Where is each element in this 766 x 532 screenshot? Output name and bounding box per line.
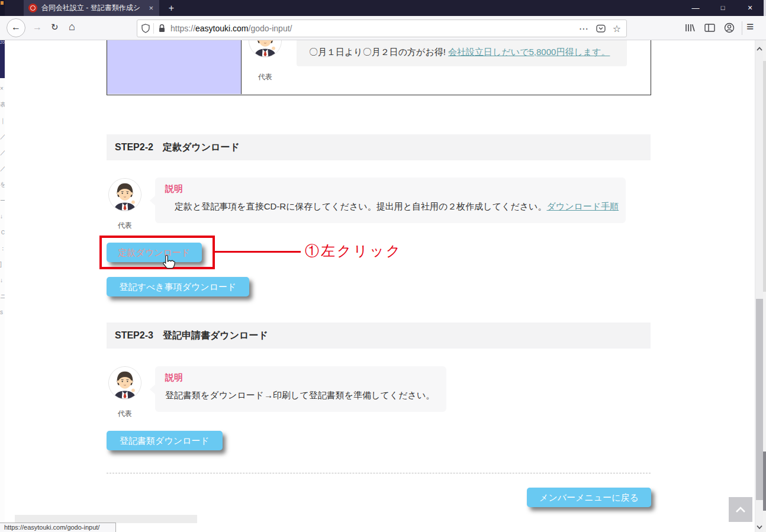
browser-window: 合同会社設立 - 登記書類作成シ × + — □ × ← → ↻ ⌂ https…: [0, 0, 766, 532]
pocket-icon[interactable]: [596, 24, 606, 33]
scrollbar-down-arrow[interactable]: [756, 521, 763, 532]
touki-shorui-download-button[interactable]: 登記書類ダウンロード: [107, 431, 223, 450]
url-scheme: https://: [170, 24, 195, 33]
sidebar-toggle-icon[interactable]: [704, 24, 715, 34]
annotation-step-label: ①左クリック: [305, 241, 402, 260]
page-actions-icon[interactable]: ⋯: [579, 23, 588, 34]
table-cell-lavender: [107, 40, 242, 94]
new-tab-button[interactable]: +: [164, 1, 179, 15]
chevron-up-icon: [735, 505, 746, 514]
url-bar[interactable]: https://easytouki.com/godo-input/ ⋯ ☆: [137, 20, 627, 37]
reload-button[interactable]: ↻: [51, 22, 59, 33]
window-close-button[interactable]: ×: [736, 0, 764, 16]
browser-tab[interactable]: 合同会社設立 - 登記書類作成シ ×: [24, 0, 159, 16]
background-window-sliver-top-right: [764, 0, 766, 16]
bookmark-star-icon[interactable]: ☆: [613, 23, 621, 34]
promo-plain-text: 〇月１日より〇月２日の方がお得!: [309, 47, 448, 57]
note-text: 定款と登記事項を直接CD-Rに保存してください。提出用と自社用の２枚作成してくだ…: [175, 201, 619, 212]
background-text-fragments: × 表 ｜ ／ ／ ／ を ー ↓ Ｃ ： ] ↓ ニ s: [0, 80, 5, 320]
title-bar: 合同会社設立 - 登記書類作成シ × + — □ ×: [0, 0, 766, 16]
annotation-highlight-box: [99, 236, 215, 269]
avatar-label: 代表: [108, 221, 142, 231]
page-content: 〇月１日より〇月２日の方がお得! 会社設立日しだいで5,8000円得します。 代…: [0, 40, 766, 532]
background-window-sliver-left: 20 × 表 ｜ ／ ／ ／ を ー ↓ Ｃ ： ] ↓ ニ s: [0, 40, 5, 532]
hand-cursor-icon: [162, 254, 175, 273]
dashed-divider: [107, 473, 651, 473]
background-window-sliver-top: [0, 0, 5, 16]
step2-3-header: STEP2-3 登記申請書ダウンロード: [107, 323, 651, 349]
representative-avatar: [108, 178, 141, 211]
window-minimize-button[interactable]: —: [682, 0, 709, 16]
home-button[interactable]: ⌂: [69, 21, 75, 33]
scrollbar-thumb[interactable]: [756, 299, 763, 500]
annotation-connector-line: [214, 251, 301, 253]
touki-jikou-download-button[interactable]: 登記すべき事項ダウンロード: [107, 277, 249, 296]
site-favicon-seal-icon: [28, 4, 37, 12]
note-text: 登記書類をダウンロード→印刷して登記書類を準備してください。: [165, 390, 435, 401]
shield-icon[interactable]: [141, 24, 150, 33]
background-window-sliver-right: [763, 40, 766, 532]
setup-date-link[interactable]: 会社設立日しだいで5,8000円得します。: [448, 47, 610, 57]
background-fragment: 20: [0, 40, 5, 78]
explanation-bubble: 説明 登記書類をダウンロード→印刷して登記書類を準備してください。: [155, 366, 446, 412]
note-title: 説明: [165, 183, 183, 195]
library-icon[interactable]: [684, 23, 696, 35]
download-guide-link[interactable]: ダウンロード手順: [546, 201, 619, 211]
avatar-label: 代表: [248, 72, 282, 82]
navigation-toolbar: ← → ↻ ⌂ https://easytouki.com/godo-input…: [0, 16, 766, 40]
step2-2-header: STEP2-2 定款ダウンロード: [107, 134, 651, 160]
urlbar-divider: [153, 23, 154, 34]
back-to-top-button[interactable]: [729, 497, 752, 522]
toolbar-divider: [742, 21, 742, 35]
avatar-label: 代表: [108, 409, 142, 419]
note-body: 定款と登記事項を直接CD-Rに保存してください。提出用と自社用の２枚作成してくだ…: [175, 201, 546, 211]
tab-close-icon[interactable]: ×: [147, 4, 155, 12]
url-domain: easytouki.com: [195, 24, 248, 33]
forward-button[interactable]: →: [33, 22, 42, 33]
back-button[interactable]: ←: [7, 18, 25, 37]
member-menu-button[interactable]: メンバーメニューに戻る: [527, 488, 651, 507]
window-maximize-button[interactable]: □: [709, 0, 736, 16]
tab-title: 合同会社設立 - 登記書類作成シ: [41, 3, 143, 13]
url-path: /godo-input/: [249, 24, 292, 33]
lock-icon[interactable]: [158, 24, 166, 33]
account-icon[interactable]: [724, 22, 735, 36]
promo-text: 〇月１日より〇月２日の方がお得! 会社設立日しだいで5,8000円得します。: [309, 47, 610, 58]
menu-button[interactable]: ≡: [746, 20, 754, 34]
window-edge-strip: [15, 515, 197, 523]
explanation-bubble: 説明 定款と登記事項を直接CD-Rに保存してください。提出用と自社用の２枚作成し…: [155, 178, 626, 223]
scrollbar-up-arrow[interactable]: [756, 43, 763, 54]
representative-avatar: [108, 366, 141, 399]
note-title: 説明: [165, 372, 183, 383]
status-link-preview: https://easytouki.com/godo-input/: [0, 523, 116, 532]
scrollbar[interactable]: [755, 40, 763, 532]
